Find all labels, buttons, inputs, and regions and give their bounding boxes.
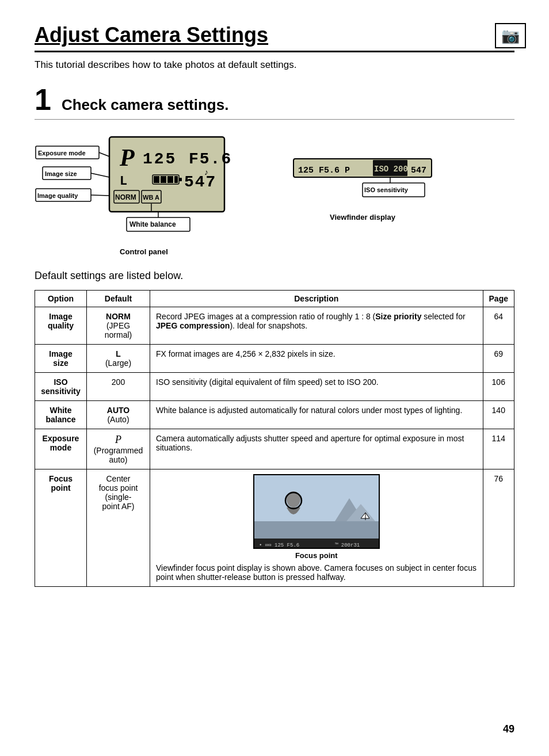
- desc-cell: White balance is adjusted automatically …: [150, 401, 483, 429]
- default-cell: NORM(JPEGnormal): [87, 307, 150, 345]
- page-cell: 69: [483, 345, 514, 373]
- subtitle: This tutorial describes how to take phot…: [35, 59, 514, 71]
- viewfinder-area: 125 F5.6 P ISO 200 547 ISO sensitivity V…: [288, 147, 437, 222]
- svg-text:NORM: NORM: [115, 193, 136, 201]
- col-header-option: Option: [35, 291, 87, 307]
- table-row: Exposuremode P(Programmed auto) Camera a…: [35, 429, 514, 469]
- page-cell: 64: [483, 307, 514, 345]
- col-header-desc: Description: [150, 291, 483, 307]
- svg-rect-42: [254, 521, 380, 539]
- page-title: Adjust Camera Settings: [35, 23, 514, 52]
- table-row: ISOsensitivity 200 ISO sensitivity (digi…: [35, 373, 514, 401]
- page-cell: 76: [483, 469, 514, 587]
- focus-point-image: • ∞∞ 125 F5.6 ™ 200r31: [253, 474, 380, 549]
- option-cell: ISOsensitivity: [35, 373, 87, 401]
- svg-rect-8: [154, 176, 159, 183]
- svg-text:547: 547: [411, 166, 426, 175]
- svg-text:• ∞∞  125  F5.6: • ∞∞ 125 F5.6: [259, 543, 299, 548]
- svg-rect-11: [174, 176, 178, 183]
- default-text: Default settings are listed below.: [35, 270, 514, 282]
- control-panel-svg: P 125 F5.6 ♪ L 547 NORM WB A: [35, 130, 253, 245]
- option-cell: Focuspoint: [35, 469, 87, 587]
- page-cell: 114: [483, 429, 514, 469]
- svg-text:ISO sensitivity: ISO sensitivity: [364, 186, 409, 193]
- control-panel-caption: Control panel: [120, 247, 168, 256]
- svg-text:™ 200r31: ™ 200r31: [335, 543, 360, 548]
- col-header-default: Default: [87, 291, 150, 307]
- svg-text:ISO 200: ISO 200: [374, 165, 408, 174]
- desc-cell: • ∞∞ 125 F5.6 ™ 200r31 Focus point Viewf…: [150, 469, 483, 587]
- camera-icon-box: 📷: [495, 23, 526, 48]
- svg-rect-7: [179, 178, 182, 181]
- desc-cell: Record JPEG images at a compression rati…: [150, 307, 483, 345]
- step-number: 1: [35, 85, 51, 114]
- section-header: 1 Check camera settings.: [35, 85, 514, 120]
- svg-text:F5.6: F5.6: [189, 150, 232, 168]
- table-row: Image size L(Large) FX format images are…: [35, 345, 514, 373]
- camera-icon: 📷: [501, 27, 520, 45]
- svg-text:547: 547: [184, 173, 216, 191]
- option-cell: Whitebalance: [35, 401, 87, 429]
- default-cell: 200: [87, 373, 150, 401]
- svg-text:White balance: White balance: [129, 220, 176, 228]
- svg-text:Image size: Image size: [45, 170, 77, 177]
- svg-text:125: 125: [143, 150, 177, 168]
- svg-text:P: P: [119, 144, 135, 171]
- default-cell: Centerfocus point(single-point AF): [87, 469, 150, 587]
- option-cell: Imagequality: [35, 307, 87, 345]
- control-panel-diagram: P 125 F5.6 ♪ L 547 NORM WB A: [35, 130, 253, 256]
- focus-point-caption: Focus point: [156, 551, 477, 560]
- table-row: Whitebalance AUTO(Auto) White balance is…: [35, 401, 514, 429]
- table-row: Focuspoint Centerfocus point(single-poin…: [35, 469, 514, 587]
- table-row: Imagequality NORM(JPEGnormal) Record JPE…: [35, 307, 514, 345]
- svg-line-22: [91, 173, 109, 177]
- svg-text:Exposure mode: Exposure mode: [38, 150, 86, 156]
- viewfinder-svg: 125 F5.6 P ISO 200 547 ISO sensitivity: [288, 147, 437, 211]
- page-cell: 140: [483, 401, 514, 429]
- svg-rect-9: [161, 176, 166, 183]
- svg-text:WB A: WB A: [143, 194, 159, 201]
- col-header-page: Page: [483, 291, 514, 307]
- svg-line-25: [91, 195, 109, 196]
- focus-scene-svg: • ∞∞ 125 F5.6 ™ 200r31: [254, 475, 380, 549]
- svg-line-19: [99, 152, 109, 156]
- option-cell: Exposuremode: [35, 429, 87, 469]
- page-cell: 106: [483, 373, 514, 401]
- desc-cell: ISO sensitivity (digital equivalent of f…: [150, 373, 483, 401]
- svg-text:L: L: [120, 174, 127, 189]
- default-cell: L(Large): [87, 345, 150, 373]
- viewfinder-caption: Viewfinder display: [330, 213, 395, 222]
- default-cell: P(Programmed auto): [87, 429, 150, 469]
- svg-text:Image quality: Image quality: [37, 192, 78, 199]
- desc-cell: FX format images are 4,256 × 2,832 pixel…: [150, 345, 483, 373]
- settings-table: Option Default Description Page Imagequa…: [35, 290, 514, 587]
- svg-text:125  F5.6  P: 125 F5.6 P: [298, 166, 350, 175]
- desc-cell: Camera automatically adjusts shutter spe…: [150, 429, 483, 469]
- option-cell: Image size: [35, 345, 87, 373]
- page-number: 49: [503, 723, 514, 735]
- diagram-area: P 125 F5.6 ♪ L 547 NORM WB A: [35, 130, 514, 256]
- svg-rect-10: [167, 176, 173, 183]
- step-label: Check camera settings.: [62, 96, 228, 114]
- default-cell: AUTO(Auto): [87, 401, 150, 429]
